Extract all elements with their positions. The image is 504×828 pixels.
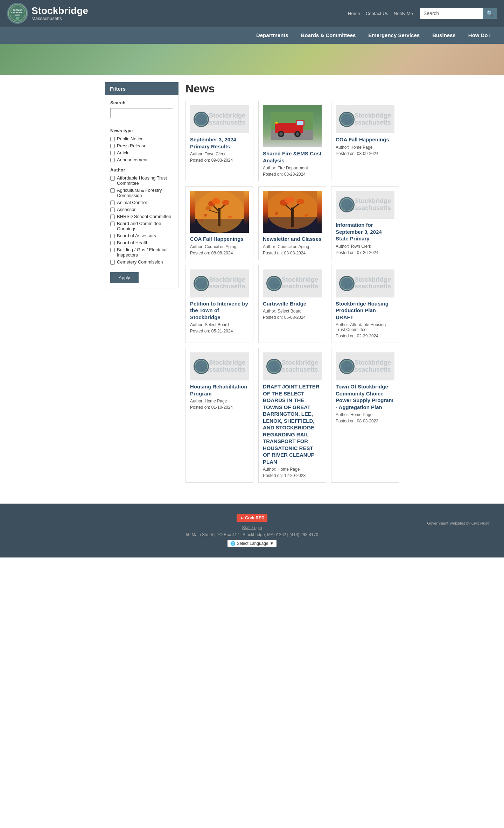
news-card-0[interactable]: StockbridgeMassachusetts September 3, 20… xyxy=(186,101,253,181)
nav-notify[interactable]: Notify Me xyxy=(394,11,413,16)
language-select[interactable]: 🌐 Select Language ▼ xyxy=(227,540,277,547)
top-nav-links: Home Contact Us Notify Me xyxy=(348,11,413,16)
checkbox-agricultural[interactable] xyxy=(110,188,115,193)
filter-search-input[interactable] xyxy=(110,108,173,118)
nav-business[interactable]: Business xyxy=(426,27,462,44)
nav-emergency-services[interactable]: Emergency Services xyxy=(362,27,426,44)
card-8-date: Posted on: 02-29-2024 xyxy=(336,334,394,338)
globe-icon: 🌐 xyxy=(230,541,236,546)
card-0-logo: StockbridgeMassachusetts xyxy=(190,105,249,133)
svg-rect-11 xyxy=(297,121,303,125)
nav-home[interactable]: Home xyxy=(348,11,360,16)
search-filter-group: Search xyxy=(110,100,173,123)
footer-address: 50 Main Street | PO Box 417 | Stockbridg… xyxy=(7,532,497,537)
checkbox-animal-control[interactable] xyxy=(110,201,115,205)
label-assessor: Assessor xyxy=(117,207,135,212)
apply-button[interactable]: Apply xyxy=(110,272,139,283)
label-bhrsd: BHRSD School Committee xyxy=(117,214,171,219)
label-press-release: Press Release xyxy=(117,143,147,148)
checkbox-announcement[interactable] xyxy=(110,158,115,162)
hero-banner xyxy=(0,44,504,75)
svg-point-28 xyxy=(204,214,207,217)
author-label: Author xyxy=(110,167,173,173)
nav-departments[interactable]: Departments xyxy=(250,27,295,44)
svg-point-27 xyxy=(212,198,220,204)
svg-point-39 xyxy=(285,197,294,204)
filter-board-committee-openings: Board and Committee Openings xyxy=(110,221,173,231)
svg-point-38 xyxy=(296,199,304,204)
card-11-date: Posted on: 08-03-2023 xyxy=(336,419,394,423)
news-card-11[interactable]: StockbridgeMassachusetts Town Of Stockbr… xyxy=(331,348,399,483)
news-card-3[interactable]: COA Fall Happenings Author: Council on A… xyxy=(186,186,253,260)
search-button[interactable]: 🔍 xyxy=(483,8,497,19)
nav-how-do-i[interactable]: How Do I xyxy=(462,27,497,44)
checkbox-board-committee-openings[interactable] xyxy=(110,222,115,226)
news-type-label: News type xyxy=(110,128,173,133)
sidebar-title: Filters xyxy=(105,82,178,95)
codered-section: ▲ CodeRED xyxy=(7,514,497,522)
news-card-8[interactable]: StockbridgeMassachusetts Stockbridge Hou… xyxy=(331,265,399,343)
checkbox-press-release[interactable] xyxy=(110,144,115,148)
card-5-author: Author: Town Clerk xyxy=(336,244,394,249)
card-6-headline: Petition to Intervene by the Town of Sto… xyxy=(190,300,249,321)
staff-login-link[interactable]: Staff Login xyxy=(242,525,262,530)
author-filter-group: Author Affordable Housing Trust Committe… xyxy=(110,167,173,265)
checkbox-board-of-assessors[interactable] xyxy=(110,234,115,238)
logo-area: TOWN OF STOCKBRIDGE MASS. Stockbridge Ma… xyxy=(7,3,88,24)
filter-bhrsd: BHRSD School Committee xyxy=(110,214,173,219)
news-card-10[interactable]: StockbridgeMassachusetts DRAFT JOINT LET… xyxy=(258,348,326,483)
logo-circle: TOWN OF STOCKBRIDGE MASS. xyxy=(7,3,28,24)
card-6-date: Posted on: 05-21-2024 xyxy=(190,329,249,334)
search-label: Search xyxy=(110,100,173,105)
news-card-9[interactable]: StockbridgeMassachusetts Housing Rehabil… xyxy=(186,348,253,483)
svg-text:MASS.: MASS. xyxy=(15,14,20,16)
filter-agricultural: Agricultural & Forestry Commission xyxy=(110,188,173,198)
checkbox-public-notice[interactable] xyxy=(110,137,115,141)
card-1-headline: Shared Fire &EMS Cost Analysis xyxy=(263,150,322,164)
checkbox-bhrsd[interactable] xyxy=(110,215,115,219)
card-4-headline: Newsletter and Classes xyxy=(263,236,322,243)
nav-boards-committees[interactable]: Boards & Committees xyxy=(295,27,362,44)
card-5-date: Posted on: 07-26-2024 xyxy=(336,250,394,255)
news-card-4[interactable]: Newsletter and Classes Author: Council o… xyxy=(258,186,326,260)
checkbox-assessor[interactable] xyxy=(110,208,115,212)
search-input[interactable] xyxy=(420,8,483,18)
news-card-7[interactable]: StockbridgeMassachusetts Curtisville Bri… xyxy=(258,265,326,343)
label-board-of-health: Board of Health xyxy=(117,240,148,245)
checkbox-article[interactable] xyxy=(110,151,115,155)
checkbox-board-of-health[interactable] xyxy=(110,241,115,245)
news-card-5[interactable]: StockbridgeMassachusetts Information for… xyxy=(331,186,399,260)
news-card-1[interactable]: Shared Fire &EMS Cost Analysis Author: F… xyxy=(258,101,326,181)
filter-board-of-assessors: Board of Assessors xyxy=(110,233,173,238)
filter-cemetery: Cemetery Commission xyxy=(110,259,173,265)
sidebar: Filters Search News type Public Notice P… xyxy=(105,82,178,483)
site-title: Stockbridge xyxy=(31,6,88,16)
card-2-logo: StockbridgeMassachusetts xyxy=(336,105,394,133)
card-10-author: Author: Home Page xyxy=(263,467,322,472)
svg-point-40 xyxy=(275,212,278,215)
filter-assessor: Assessor xyxy=(110,207,173,212)
nav-contact[interactable]: Contact Us xyxy=(366,11,388,16)
select-language-label: Select Language xyxy=(237,541,268,546)
card-8-headline: Stockbridge Housing Production Plan DRAF… xyxy=(336,300,394,321)
card-3-date: Posted on: 08-08-2024 xyxy=(190,251,249,255)
card-5-headline: Information for September 3, 2024 State … xyxy=(336,222,394,242)
svg-text:STOCKBRIDGE: STOCKBRIDGE xyxy=(11,12,24,14)
filter-board-of-health: Board of Health xyxy=(110,240,173,245)
news-card-2[interactable]: StockbridgeMassachusetts COA Fall Happen… xyxy=(331,101,399,181)
checkbox-affordable-housing[interactable] xyxy=(110,176,115,181)
card-11-headline: Town Of Stockbridge Community Choice Pow… xyxy=(336,383,394,411)
card-7-author: Author: Select Board xyxy=(263,309,322,314)
checkbox-building-inspectors[interactable] xyxy=(110,248,115,252)
news-card-6[interactable]: StockbridgeMassachusetts Petition to Int… xyxy=(186,265,253,343)
svg-point-26 xyxy=(205,206,211,210)
site-subtitle: Massachusetts xyxy=(31,16,88,21)
codered-label: CodeRED xyxy=(245,515,264,520)
card-10-headline: DRAFT JOINT LETTER OF THE SELECT BOARDS … xyxy=(263,383,322,465)
checkbox-cemetery[interactable] xyxy=(110,260,115,265)
filter-announcement: Announcement xyxy=(110,157,173,162)
news-area: News StockbridgeMassachusetts September … xyxy=(186,82,399,483)
top-nav-right: Home Contact Us Notify Me 🔍 xyxy=(348,8,497,19)
news-type-group: News type Public Notice Press Release Ar… xyxy=(110,128,173,162)
footer-inner: ▲ CodeRED Staff Login 50 Main Street | P… xyxy=(7,514,497,547)
